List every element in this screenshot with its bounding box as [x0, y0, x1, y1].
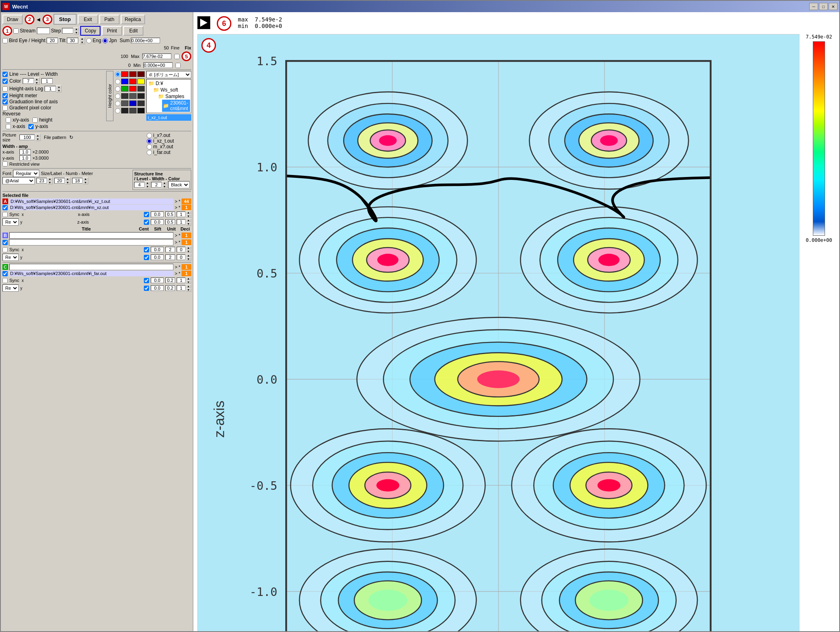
- log-value[interactable]: [45, 86, 56, 92]
- sync-x-c-check2[interactable]: [144, 278, 149, 283]
- sl-up[interactable]: ▲: [145, 181, 150, 185]
- swatch-darkgray-6[interactable]: [129, 108, 137, 113]
- draw-button[interactable]: Draw: [2, 15, 23, 24]
- ps-down[interactable]: ▼: [35, 137, 41, 141]
- bird-eye-height-input[interactable]: [47, 38, 58, 43]
- sync-x-b-check2[interactable]: [144, 247, 149, 252]
- c-path-checkbox[interactable]: [2, 271, 8, 276]
- swatch-red-3[interactable]: [129, 86, 137, 92]
- left-arrow[interactable]: ◄: [36, 16, 41, 23]
- section-b-title[interactable]: [9, 232, 173, 239]
- rect-yc-check[interactable]: [144, 286, 149, 291]
- label-input[interactable]: [54, 178, 65, 184]
- rect-yc-val2[interactable]: [165, 285, 175, 291]
- log-down[interactable]: ▼: [56, 89, 62, 92]
- font-name-select[interactable]: @Arial: [2, 177, 35, 184]
- rect-y-spinbox[interactable]: ▲▼: [177, 218, 191, 226]
- sync-xb-val2[interactable]: [165, 247, 175, 252]
- hcolor-radio-3[interactable]: [115, 86, 120, 92]
- tree-ws-soft[interactable]: 📁 Ws_soft: [152, 87, 190, 93]
- file-a-gt[interactable]: >: [175, 199, 177, 204]
- font-type-select[interactable]: Regular: [13, 170, 39, 177]
- hcolor-radio-1[interactable]: [115, 72, 120, 77]
- swatch-dark-4[interactable]: [121, 93, 128, 99]
- sw-down[interactable]: ▼: [162, 185, 167, 188]
- line-checkbox[interactable]: [2, 72, 8, 77]
- tilt-up[interactable]: ▲: [79, 37, 85, 41]
- swatch-yellow-2[interactable]: [137, 79, 145, 84]
- c-star[interactable]: *: [179, 265, 180, 269]
- struct-width-spinbox[interactable]: ▲▼: [151, 181, 167, 188]
- height-r-checkbox[interactable]: [32, 117, 38, 123]
- file-list-selected[interactable]: i_xz_t.out: [146, 114, 191, 121]
- lbl-up[interactable]: ▲: [65, 177, 71, 181]
- step-up[interactable]: ▲: [73, 27, 79, 31]
- hcolor-radio-4[interactable]: [115, 94, 120, 99]
- ryb-down[interactable]: ▼: [186, 257, 191, 261]
- x-axis-checkbox[interactable]: [6, 124, 11, 129]
- picture-size-spinbox[interactable]: ▲ ▼: [19, 134, 41, 141]
- pattern-4-radio[interactable]: [147, 150, 152, 155]
- sl-down[interactable]: ▼: [145, 185, 150, 188]
- rect-yb-spinbox[interactable]: ▲▼: [177, 254, 191, 261]
- maximize-button[interactable]: □: [819, 3, 828, 10]
- replica-button[interactable]: Replica: [121, 15, 145, 24]
- swatch-blue-5[interactable]: [129, 100, 137, 106]
- file-b-path-checkbox[interactable]: [2, 205, 8, 210]
- min-value-input[interactable]: [143, 62, 173, 68]
- color-checkbox[interactable]: [2, 79, 8, 84]
- gradient-checkbox[interactable]: [2, 105, 8, 111]
- sx-up[interactable]: ▲: [186, 211, 191, 214]
- hcolor-radio-6[interactable]: [115, 108, 120, 113]
- mtr-up[interactable]: ▲: [83, 177, 88, 181]
- swatch-red-1[interactable]: [121, 71, 128, 77]
- step-down[interactable]: ▼: [73, 31, 79, 34]
- ps-up[interactable]: ▲: [35, 134, 41, 137]
- meter-spinbox[interactable]: ▲▼: [72, 177, 88, 184]
- x-amp-val1[interactable]: [19, 149, 31, 155]
- sync-xb-spinbox[interactable]: ▲▼: [177, 246, 191, 253]
- swatch-darkest-6[interactable]: [137, 108, 145, 113]
- b-check[interactable]: [2, 240, 8, 245]
- c-path-gt[interactable]: >: [175, 271, 177, 276]
- copy-button[interactable]: Copy: [80, 26, 100, 36]
- sync-x-val2[interactable]: [165, 211, 175, 217]
- sync-xb-spin[interactable]: [177, 247, 186, 252]
- color-up[interactable]: ▲: [34, 77, 40, 81]
- xy-axis-checkbox[interactable]: [6, 117, 11, 123]
- rect-yb-spin[interactable]: [177, 254, 186, 260]
- play-button[interactable]: [197, 16, 210, 29]
- ryc-down[interactable]: ▼: [186, 288, 191, 292]
- exit-button[interactable]: Exit: [78, 15, 98, 24]
- lbl-down[interactable]: ▼: [65, 181, 71, 184]
- log-up[interactable]: ▲: [56, 85, 62, 89]
- label-spinbox[interactable]: ▲▼: [54, 177, 71, 184]
- rect-yb-val2[interactable]: [165, 254, 175, 260]
- sw-up[interactable]: ▲: [162, 181, 167, 185]
- rect-y-check[interactable]: [144, 220, 149, 225]
- sxc-down[interactable]: ▼: [186, 280, 191, 284]
- b-val-title[interactable]: [9, 239, 173, 246]
- struct-width-input[interactable]: [151, 182, 162, 188]
- minimize-button[interactable]: ─: [809, 3, 818, 10]
- swatch-gray-5[interactable]: [121, 100, 128, 106]
- sum-value[interactable]: [131, 38, 160, 43]
- font-size-spinbox[interactable]: ▲▼: [36, 177, 53, 184]
- ry-down[interactable]: ▼: [186, 222, 191, 226]
- y-amp-val1[interactable]: [19, 155, 31, 161]
- sxb-down[interactable]: ▼: [186, 250, 191, 253]
- file-b-star[interactable]: *: [179, 205, 180, 210]
- c-gt[interactable]: >: [175, 265, 177, 269]
- color-down[interactable]: ▼: [34, 81, 40, 85]
- rect-yb-val1[interactable]: [151, 254, 164, 260]
- max-value-input[interactable]: [142, 53, 171, 59]
- rect-yc-spinbox[interactable]: ▲▼: [177, 284, 191, 292]
- tilt-down[interactable]: ▼: [79, 41, 85, 44]
- struct-level-input[interactable]: [134, 182, 145, 188]
- step-spinbox[interactable]: 1 ▲ ▼: [62, 27, 79, 34]
- rect-y-val1[interactable]: [151, 219, 164, 225]
- sync-xc-spin[interactable]: [177, 278, 186, 283]
- color-spinbox[interactable]: ▲ ▼: [23, 77, 40, 85]
- rect-y-val2[interactable]: [165, 219, 175, 225]
- refresh-icon[interactable]: ↻: [69, 135, 73, 140]
